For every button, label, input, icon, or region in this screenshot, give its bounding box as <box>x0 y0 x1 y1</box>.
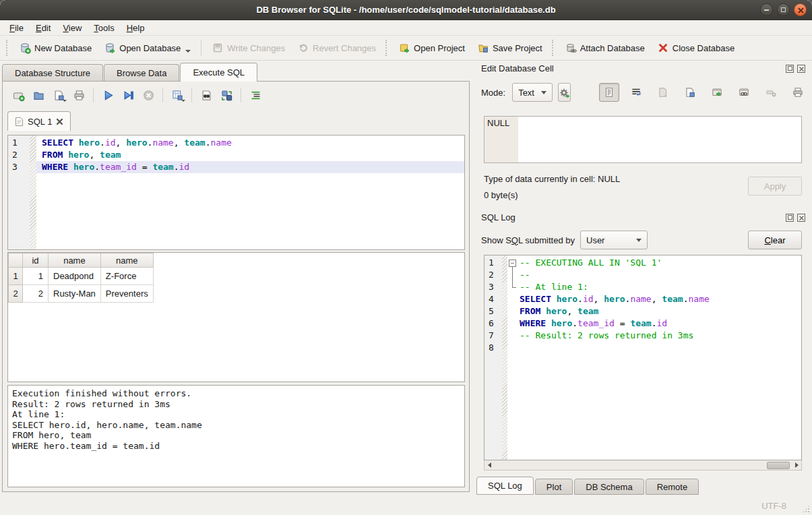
menu-file[interactable]: File <box>4 22 29 34</box>
scroll-left-arrow[interactable] <box>485 461 494 470</box>
new-database-label: New Database <box>34 43 92 53</box>
close-dock-icon[interactable] <box>797 214 805 222</box>
toolbar-grip[interactable] <box>552 40 555 56</box>
revert-changes-button[interactable]: Revert Changes <box>291 38 382 57</box>
tab-database-structure[interactable]: Database Structure <box>2 64 103 82</box>
open-sql-file-button[interactable] <box>30 87 47 103</box>
mode-label: Mode: <box>481 88 505 98</box>
find-button[interactable] <box>197 87 215 103</box>
line-number: 1 <box>485 257 502 269</box>
attach-database-button[interactable]: Attach Database <box>559 38 651 57</box>
mode-select[interactable]: Text <box>512 83 553 102</box>
results-table[interactable]: id name name 1 1 Deadpond Z-Force 2 <box>8 253 154 303</box>
scrollbar-thumb[interactable] <box>767 462 790 469</box>
scrollbar-track[interactable] <box>494 461 792 470</box>
save-results-button[interactable] <box>168 87 186 103</box>
cell-team-name[interactable]: Preventers <box>100 285 153 303</box>
cell-id[interactable]: 1 <box>23 268 49 285</box>
auto-format-button[interactable] <box>247 87 264 103</box>
minimize-button[interactable] <box>760 3 773 16</box>
column-header-id[interactable]: id <box>23 253 49 268</box>
toolbar-grip[interactable] <box>6 40 9 56</box>
stop-sql-button[interactable] <box>139 87 157 103</box>
close-database-button[interactable]: Close Database <box>651 38 741 57</box>
menu-view[interactable]: View <box>57 22 87 34</box>
save-sql-file-button[interactable] <box>50 87 67 103</box>
code-line: 1-- EXECUTING ALL IN 'SQL 1' <box>485 257 801 269</box>
bottom-tab-sql-log[interactable]: SQL Log <box>476 477 534 495</box>
bottom-tab-remote[interactable]: Remote <box>646 479 699 495</box>
set-null-button[interactable] <box>761 83 781 102</box>
line-number: 2 <box>8 149 30 161</box>
open-external-icon <box>711 86 723 98</box>
import-cell-data-button[interactable] <box>653 83 673 102</box>
cell-team-name[interactable]: Z-Force <box>100 268 153 285</box>
print-sql-button[interactable] <box>70 87 88 103</box>
open-database-button[interactable]: Open Database <box>98 38 197 57</box>
toolbar-separator <box>241 88 241 102</box>
execute-sql-button[interactable] <box>99 87 117 103</box>
close-dock-icon[interactable] <box>797 65 805 73</box>
toolbar-grip[interactable] <box>385 40 389 56</box>
fold-marker <box>507 269 518 281</box>
open-sql-tab-button[interactable] <box>9 87 27 103</box>
code-line: 3WHERE hero.team_id = team.id <box>8 161 464 173</box>
cell-editor[interactable]: NULL <box>484 116 802 163</box>
close-tab-icon[interactable] <box>56 118 63 125</box>
set-null-icon <box>765 86 777 98</box>
bottom-tab-db-schema[interactable]: DB Schema <box>574 479 644 495</box>
toolbar-separator <box>162 88 163 102</box>
sql-file-icon <box>15 117 24 127</box>
menu-help[interactable]: Help <box>121 22 150 34</box>
auto-switch-mode-button[interactable] <box>558 83 571 102</box>
menu-edit[interactable]: Edit <box>30 22 56 34</box>
text-mode-button[interactable] <box>599 83 619 102</box>
save-project-button[interactable]: Save Project <box>471 38 549 57</box>
word-wrap-button[interactable] <box>626 83 646 102</box>
open-in-external-app-button[interactable] <box>707 83 727 102</box>
sql-log-filter-row: Show SQL submitted by User Clear <box>481 230 802 250</box>
scroll-right-arrow[interactable] <box>792 461 801 470</box>
sql-editor[interactable]: 1SELECT hero.id, hero.name, team.name2FR… <box>7 135 465 250</box>
fold-marker[interactable] <box>507 257 518 269</box>
find-replace-button[interactable] <box>218 87 235 103</box>
log-horizontal-scrollbar[interactable] <box>484 460 802 471</box>
tab-browse-data[interactable]: Browse Data <box>104 64 179 82</box>
copy-link-button[interactable] <box>734 83 754 102</box>
execute-current-line-button[interactable] <box>119 87 137 103</box>
float-dock-icon[interactable] <box>786 214 794 222</box>
sql-editor-toolbar <box>9 87 264 103</box>
column-header-name[interactable]: name <box>49 253 101 268</box>
bottom-tab-plot[interactable]: Plot <box>535 479 573 495</box>
export-cell-data-button[interactable] <box>680 83 700 102</box>
menu-tools[interactable]: Tools <box>88 22 119 34</box>
revert-changes-icon <box>297 42 309 54</box>
cell-id[interactable]: 2 <box>23 285 49 303</box>
float-dock-icon[interactable] <box>786 65 794 73</box>
cell-hero-name[interactable]: Deadpond <box>49 268 101 285</box>
window-controls <box>760 3 807 16</box>
sql-log-view[interactable]: 1-- EXECUTING ALL IN 'SQL 1'2--3-- At li… <box>484 255 802 460</box>
row-header[interactable]: 2 <box>9 285 23 303</box>
execution-message[interactable]: Execution finished without errors. Resul… <box>7 385 465 487</box>
close-button[interactable] <box>794 3 807 16</box>
resize-grip[interactable] <box>802 505 810 513</box>
sql-tab[interactable]: SQL 1 <box>7 111 71 131</box>
row-header[interactable]: 1 <box>9 268 23 285</box>
tab-execute-sql[interactable]: Execute SQL <box>180 63 257 82</box>
write-changes-button[interactable]: Write Changes <box>206 38 291 57</box>
open-project-button[interactable]: Open Project <box>392 38 471 57</box>
apply-button[interactable]: Apply <box>748 177 802 195</box>
clear-button[interactable]: Clear <box>748 231 802 249</box>
column-header-name2[interactable]: name <box>100 253 153 268</box>
corner-header[interactable] <box>9 253 23 268</box>
log-filter-select[interactable]: User <box>580 231 648 249</box>
menu-bar: File Edit View Tools Help <box>0 20 812 36</box>
maximize-button[interactable] <box>777 3 790 16</box>
titlebar[interactable]: DB Browser for SQLite - /home/user/code/… <box>0 0 812 20</box>
new-database-button[interactable]: New Database <box>13 38 98 57</box>
print-cell-button[interactable] <box>788 83 808 102</box>
cell-hero-name[interactable]: Rusty-Man <box>49 285 101 303</box>
write-changes-label: Write Changes <box>227 43 285 53</box>
code-line: 3-- At line 1: <box>485 281 801 293</box>
